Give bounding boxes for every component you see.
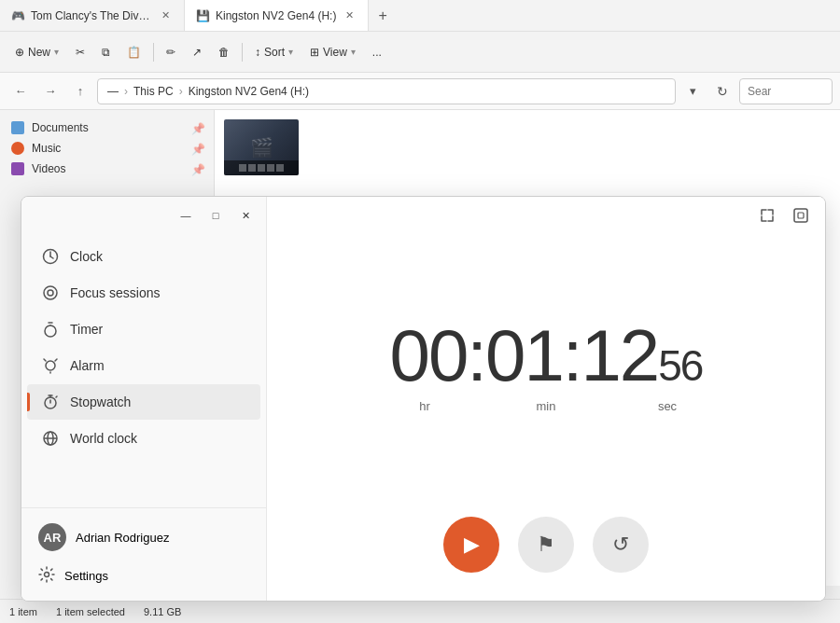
sort-button[interactable]: ↕ Sort ▾: [247, 41, 301, 63]
maximize-button[interactable]: □: [203, 202, 229, 228]
nav-stopwatch-label: Stopwatch: [70, 395, 131, 409]
clock-main-header: [267, 197, 825, 234]
share-button[interactable]: ↗: [185, 41, 209, 63]
rename-button[interactable]: ✏: [159, 41, 183, 63]
videos-pin: 📌: [191, 163, 203, 174]
item-count: 1 item: [9, 606, 37, 617]
music-icon: [11, 142, 24, 155]
item-size: 9.11 GB: [144, 606, 181, 617]
timer-icon: [42, 321, 59, 338]
refresh-button[interactable]: ↻: [709, 78, 735, 104]
svg-rect-13: [798, 213, 804, 218]
search-input[interactable]: [739, 78, 833, 104]
sort-chevron: ▾: [288, 47, 293, 57]
lap-button[interactable]: ⚑: [518, 517, 574, 573]
flag-icon: ⚑: [537, 533, 555, 557]
new-button[interactable]: ⊕ New ▾: [7, 41, 66, 63]
seconds-display: 12: [581, 314, 658, 396]
user-item[interactable]: AR Adrian Rodriguez: [29, 516, 259, 559]
close-button[interactable]: ✕: [232, 202, 259, 228]
more-button[interactable]: ...: [365, 41, 389, 63]
delete-icon: 🗑: [218, 46, 230, 59]
documents-pin: 📌: [191, 122, 203, 133]
reset-button[interactable]: ↺: [593, 517, 649, 573]
delete-button[interactable]: 🗑: [211, 41, 237, 63]
milliseconds-display: 56: [658, 341, 702, 390]
focus-icon: [42, 284, 59, 301]
expand-address-button[interactable]: ▾: [679, 78, 706, 104]
nav-alarm[interactable]: Alarm: [27, 348, 260, 383]
time-display: 00:01:1256: [390, 319, 703, 392]
sidebar-documents[interactable]: Documents 📌: [0, 118, 214, 138]
view-button[interactable]: ⊞ View ▾: [302, 41, 363, 63]
clock-icon: [42, 248, 59, 265]
share-icon: ↗: [192, 46, 202, 59]
clock-sidebar: — □ ✕ Clock: [21, 197, 267, 601]
clock-bottom: AR Adrian Rodriguez Settings: [21, 507, 266, 601]
alarm-icon: [42, 357, 59, 374]
nav-timer[interactable]: Timer: [27, 312, 260, 347]
copy-icon: ⧉: [102, 46, 110, 59]
this-pc-label: This PC: [133, 85, 174, 98]
music-pin: 📌: [191, 143, 203, 154]
play-icon: ▶: [464, 533, 480, 557]
stopwatch-icon: [42, 394, 59, 410]
minimize-button[interactable]: —: [173, 202, 199, 228]
sidebar-videos[interactable]: Videos 📌: [0, 159, 214, 179]
copy-button[interactable]: ⧉: [94, 41, 118, 63]
min-label: min: [485, 399, 607, 413]
expand-icon-button[interactable]: [752, 201, 782, 230]
svg-rect-12: [794, 209, 807, 222]
nav-timer-label: Timer: [70, 322, 103, 337]
tab-close-button[interactable]: ✕: [158, 8, 173, 23]
nav-stopwatch[interactable]: Stopwatch: [27, 384, 260, 420]
play-button[interactable]: ▶: [443, 517, 499, 573]
paste-button[interactable]: 📋: [119, 41, 148, 63]
tab-game-icon: 🎮: [11, 9, 25, 22]
cut-button[interactable]: ✂: [68, 41, 92, 63]
sec-label: sec: [607, 399, 728, 413]
forward-button[interactable]: →: [37, 78, 63, 104]
address-path[interactable]: — › This PC › Kingston NV2 Gen4 (H:): [97, 78, 676, 104]
view-chevron: ▾: [351, 47, 356, 57]
compact-overlay-button[interactable]: [786, 201, 816, 230]
minutes-display: 01: [485, 314, 563, 396]
tab-bar: 🎮 Tom Clancy's The Division 2 ✕ 💾 Kingst…: [0, 0, 840, 32]
film-overlay: [224, 160, 299, 175]
tab-kingston[interactable]: 💾 Kingston NV2 Gen4 (H:) ✕: [185, 0, 369, 31]
new-chevron: ▾: [54, 47, 59, 57]
sidebar-music[interactable]: Music 📌: [0, 138, 214, 159]
svg-line-2: [50, 256, 53, 258]
file-thumbnail[interactable]: 🎬: [224, 119, 299, 175]
toolbar-separator-1: [153, 43, 154, 62]
documents-label: Documents: [32, 121, 89, 134]
settings-label: Settings: [64, 569, 108, 583]
videos-label: Videos: [32, 162, 65, 175]
tab-label: Tom Clancy's The Division 2: [31, 9, 152, 22]
nav-worldclock-label: World clock: [70, 431, 137, 446]
tab-kingston-label: Kingston NV2 Gen4 (H:): [216, 9, 336, 22]
user-name: Adrian Rodriguez: [76, 531, 169, 545]
nav-alarm-label: Alarm: [70, 358, 105, 373]
svg-point-3: [48, 290, 53, 296]
svg-point-11: [45, 573, 49, 577]
back-button[interactable]: ←: [7, 78, 34, 104]
clock-main: 00:01:1256 hr min sec ▶ ⚑ ↺: [267, 197, 825, 601]
nav-focus[interactable]: Focus sessions: [27, 275, 260, 311]
nav-clock[interactable]: Clock: [27, 239, 260, 274]
stopwatch-controls: ▶ ⚑ ↺: [267, 498, 825, 601]
stopwatch-display: 00:01:1256 hr min sec: [267, 234, 825, 498]
music-label: Music: [32, 142, 61, 155]
hours-display: 00: [390, 314, 468, 396]
up-button[interactable]: ↑: [67, 78, 93, 104]
clock-title-bar: — □ ✕: [21, 197, 266, 234]
item-selected: 1 item selected: [56, 606, 125, 617]
tab-tom-clancy[interactable]: 🎮 Tom Clancy's The Division 2 ✕: [0, 0, 185, 31]
tab-kingston-close[interactable]: ✕: [342, 8, 357, 23]
drive-label: Kingston NV2 Gen4 (H:): [189, 85, 309, 98]
tab-drive-icon: 💾: [196, 9, 210, 22]
new-tab-button[interactable]: +: [369, 0, 396, 31]
nav-worldclock[interactable]: World clock: [27, 421, 260, 456]
time-labels: hr min sec: [364, 399, 728, 413]
settings-item[interactable]: Settings: [29, 559, 259, 593]
